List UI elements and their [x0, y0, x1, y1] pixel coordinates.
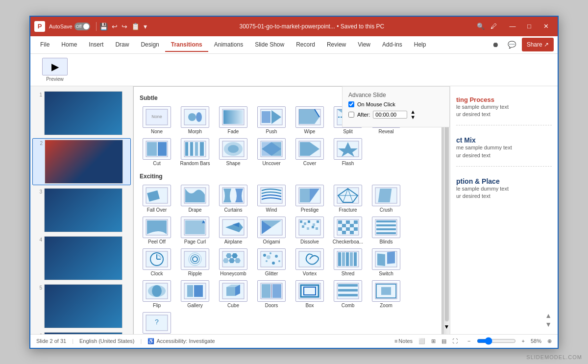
- share-button[interactable]: Share ↗: [522, 38, 554, 51]
- section1-heading: ting Process: [456, 96, 552, 103]
- transition-wind[interactable]: Wind: [252, 183, 291, 215]
- transition-morph[interactable]: Morph: [176, 104, 214, 136]
- after-checkbox[interactable]: [348, 112, 354, 118]
- comment-icon[interactable]: 💬: [505, 38, 519, 51]
- transition-switch[interactable]: Switch: [367, 246, 405, 278]
- transition-comb[interactable]: Comb: [329, 278, 367, 310]
- tab-animations[interactable]: Animations: [208, 38, 249, 52]
- transition-glitter[interactable]: Glitter: [252, 246, 291, 278]
- transition-checkerboard[interactable]: Checkerboa...: [329, 215, 367, 246]
- transition-dissolve[interactable]: Dissolve: [291, 215, 329, 246]
- right-scroll-up[interactable]: ▲: [545, 312, 552, 319]
- transition-cover-label: Cover: [303, 161, 317, 166]
- transition-peeloff[interactable]: Peel Off: [138, 215, 176, 246]
- customize-icon[interactable]: 📋: [131, 23, 140, 30]
- slide-thumb-4[interactable]: 4: [32, 235, 131, 281]
- present-icon[interactable]: ⛶: [452, 338, 458, 344]
- transition-airplane[interactable]: Airplane: [214, 215, 252, 246]
- transition-uncover[interactable]: Uncover: [252, 136, 291, 168]
- transition-randombars-icon: [181, 138, 209, 160]
- transition-gallery[interactable]: Gallery: [176, 278, 214, 310]
- minimize-button[interactable]: —: [505, 20, 520, 33]
- zoom-slider[interactable]: [477, 337, 516, 345]
- maximize-button[interactable]: □: [521, 20, 537, 33]
- tab-help[interactable]: Help: [408, 38, 432, 52]
- notes-button[interactable]: ≡ Notes: [394, 338, 413, 344]
- transition-fracture[interactable]: Fracture: [329, 183, 367, 215]
- slide-thumb-5[interactable]: 5: [32, 283, 131, 329]
- zoom-out-icon[interactable]: −: [467, 338, 470, 344]
- transition-curtains-label: Curtains: [224, 207, 242, 213]
- autosave-toggle[interactable]: Off: [74, 23, 90, 30]
- tab-record[interactable]: Record: [290, 38, 321, 52]
- transition-origami[interactable]: Origami: [252, 215, 291, 246]
- tab-file[interactable]: File: [34, 38, 55, 52]
- transition-wipe[interactable]: Wipe: [291, 104, 329, 136]
- grid-view-icon[interactable]: ⊞: [431, 338, 436, 344]
- record-icon[interactable]: ⏺: [489, 38, 502, 51]
- search-icon[interactable]: 🔍: [477, 23, 485, 30]
- transition-shred[interactable]: Shred: [329, 246, 367, 278]
- normal-view-icon[interactable]: ⬜: [418, 338, 425, 344]
- tab-home[interactable]: Home: [55, 38, 83, 52]
- transition-zoom[interactable]: Zoom: [367, 278, 405, 310]
- pen-icon[interactable]: 🖊: [490, 23, 497, 30]
- transition-curtains[interactable]: Curtains: [214, 183, 252, 215]
- transition-shape[interactable]: Shape: [214, 136, 252, 168]
- time-up-icon[interactable]: ▲: [410, 109, 416, 115]
- tab-view[interactable]: View: [352, 38, 376, 52]
- transition-drape[interactable]: Drape: [176, 183, 214, 215]
- exciting-grid: Fall Over Drape Curtains: [134, 182, 441, 334]
- transition-cover[interactable]: Cover: [291, 136, 329, 168]
- save-icon[interactable]: 💾: [99, 23, 108, 30]
- accessibility-area[interactable]: ♿ Accessibility: Investigate: [147, 338, 215, 344]
- tab-draw[interactable]: Draw: [109, 38, 135, 52]
- transition-flash[interactable]: Flash: [329, 136, 367, 168]
- tab-design[interactable]: Design: [135, 38, 165, 52]
- transition-randombars[interactable]: Random Bars: [176, 136, 214, 168]
- tab-transitions[interactable]: Transitions: [165, 38, 208, 52]
- preview-icon[interactable]: ▶: [42, 58, 68, 75]
- transition-fade[interactable]: Fade: [214, 104, 252, 136]
- tab-review[interactable]: Review: [321, 38, 352, 52]
- transition-honeycomb[interactable]: Honeycomb: [214, 246, 252, 278]
- slide-thumb-1[interactable]: 1: [32, 90, 131, 136]
- reading-view-icon[interactable]: ▤: [441, 338, 446, 344]
- close-button[interactable]: ✕: [538, 20, 554, 33]
- undo-icon[interactable]: ↩: [112, 23, 118, 30]
- transition-blinds[interactable]: Blinds: [367, 215, 405, 246]
- transition-box[interactable]: Box: [291, 278, 329, 310]
- transition-vortex[interactable]: Vortex: [291, 246, 329, 278]
- transition-doors[interactable]: Doors: [252, 278, 291, 310]
- transition-prestige[interactable]: Prestige: [291, 183, 329, 215]
- transition-ripple[interactable]: Ripple: [176, 246, 214, 278]
- zoom-in-icon[interactable]: +: [522, 338, 525, 344]
- transition-pagecurl[interactable]: Page Curl: [176, 215, 214, 246]
- time-down-icon[interactable]: ▼: [410, 115, 416, 120]
- transition-cube[interactable]: Cube: [214, 278, 252, 310]
- transition-random[interactable]: ? Random: [138, 310, 176, 334]
- transition-cut[interactable]: Cut: [138, 136, 176, 168]
- transition-peeloff-icon: [143, 217, 171, 238]
- tab-slideshow[interactable]: Slide Show: [249, 38, 290, 52]
- ribbon: File Home Insert Draw Design Transitions…: [30, 36, 558, 86]
- more-icon[interactable]: ▾: [144, 23, 147, 30]
- on-mouse-click-checkbox[interactable]: [348, 101, 354, 107]
- transition-fallover[interactable]: Fall Over: [138, 183, 176, 215]
- tab-insert[interactable]: Insert: [83, 38, 109, 52]
- transition-none[interactable]: None None: [138, 104, 176, 136]
- slide-thumb-3[interactable]: 3: [32, 187, 131, 233]
- transition-push[interactable]: Push: [252, 104, 291, 136]
- redo-icon[interactable]: ↪: [122, 23, 127, 30]
- transition-clock[interactable]: Clock: [138, 246, 176, 278]
- right-scroll-down[interactable]: ▼: [545, 320, 552, 328]
- transition-honeycomb-icon: [219, 248, 247, 270]
- slide-thumb-2[interactable]: 2: [32, 138, 131, 185]
- tab-addins[interactable]: Add-ins: [376, 38, 408, 52]
- transition-flip[interactable]: Flip: [138, 278, 176, 310]
- fit-slide-icon[interactable]: ⊕: [547, 338, 552, 344]
- after-time-input[interactable]: [373, 111, 407, 119]
- scroll-down-arrow[interactable]: ▼: [444, 323, 450, 330]
- transition-crush[interactable]: Crush: [367, 183, 405, 215]
- scroll-thumb[interactable]: [445, 99, 449, 321]
